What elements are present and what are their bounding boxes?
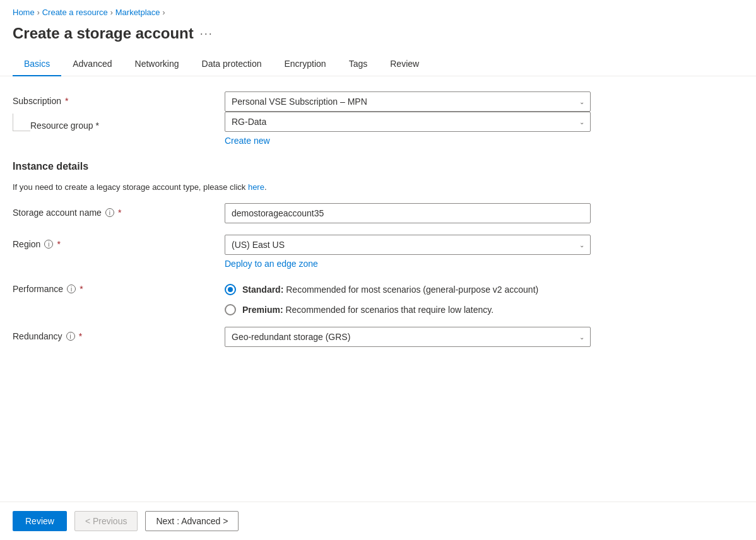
region-required: * [57, 239, 60, 249]
breadcrumb-marketplace[interactable]: Marketplace [115, 8, 160, 17]
subscription-input-col: Personal VSE Subscription – MPN ⌄ [225, 91, 591, 112]
footer: Review < Previous Next : Advanced > [0, 502, 756, 540]
page-title: Create a storage account [13, 25, 194, 42]
tab-advanced[interactable]: Advanced [61, 52, 123, 76]
tab-tags[interactable]: Tags [338, 52, 379, 76]
resource-group-input-col: RG-Data ⌄ Create new [225, 112, 591, 146]
performance-premium-option[interactable]: Premium: Recommended for scenarios that … [225, 304, 591, 315]
breadcrumb-create-resource[interactable]: Create a resource [42, 8, 108, 17]
subscription-label: Subscription * [13, 91, 215, 106]
performance-info-icon[interactable]: i [67, 285, 76, 293]
region-label: Region i * [13, 235, 215, 249]
main-content: Subscription * Personal VSE Subscription… [0, 76, 756, 428]
performance-standard-option[interactable]: Standard: Recommended for most scenarios… [225, 284, 591, 295]
redundancy-field-group: Redundancy i * Geo-redundant storage (GR… [13, 327, 593, 347]
storage-account-name-input[interactable] [225, 203, 591, 223]
region-dropdown[interactable]: (US) East US [225, 235, 591, 255]
tab-data-protection[interactable]: Data protection [191, 52, 273, 76]
region-dropdown-wrapper: (US) East US ⌄ [225, 235, 591, 255]
tab-encryption[interactable]: Encryption [273, 52, 338, 76]
redundancy-dropdown[interactable]: Geo-redundant storage (GRS) [225, 327, 591, 347]
tab-networking[interactable]: Networking [124, 52, 191, 76]
breadcrumb: Home › Create a resource › Marketplace › [0, 0, 756, 21]
subscription-dropdown[interactable]: Personal VSE Subscription – MPN [225, 91, 591, 112]
performance-input-col: Standard: Recommended for most scenarios… [225, 281, 591, 315]
deploy-to-edge-zone-link[interactable]: Deploy to an edge zone [225, 259, 318, 269]
region-field-group: Region i * (US) East US ⌄ Deploy to an e… [13, 235, 593, 269]
next-advanced-button[interactable]: Next : Advanced > [145, 511, 239, 531]
redundancy-input-col: Geo-redundant storage (GRS) ⌄ [225, 327, 591, 347]
storage-account-name-required: * [118, 208, 121, 218]
page-options-dots[interactable]: ··· [200, 27, 213, 40]
storage-account-name-input-col [225, 203, 591, 223]
form-content: Subscription * Personal VSE Subscription… [0, 76, 606, 377]
redundancy-dropdown-wrapper: Geo-redundant storage (GRS) ⌄ [225, 327, 591, 347]
tab-basics[interactable]: Basics [13, 52, 61, 76]
storage-account-name-field-group: Storage account name i * [13, 203, 593, 223]
subscription-required: * [65, 96, 68, 106]
previous-button[interactable]: < Previous [74, 511, 138, 531]
subscription-dropdown-wrapper: Personal VSE Subscription – MPN ⌄ [225, 91, 591, 112]
resource-group-dropdown-wrapper: RG-Data ⌄ [225, 112, 591, 132]
breadcrumb-separator-1: › [37, 8, 40, 17]
storage-account-name-label: Storage account name i * [13, 203, 215, 218]
review-button[interactable]: Review [13, 511, 67, 531]
resource-group-indent: Resource group * [13, 112, 215, 131]
legacy-note: If you need to create a legacy storage a… [13, 182, 593, 192]
performance-label: Performance i * [13, 281, 215, 294]
redundancy-info-icon[interactable]: i [66, 332, 75, 341]
region-info-icon[interactable]: i [44, 240, 53, 249]
create-new-link[interactable]: Create new [225, 136, 270, 146]
breadcrumb-separator-2: › [110, 8, 113, 17]
tab-bar: Basics Advanced Networking Data protecti… [0, 52, 756, 76]
page-header: Create a storage account ··· [0, 21, 756, 52]
redundancy-label: Redundancy i * [13, 327, 215, 341]
instance-details-section: Instance details If you need to create a… [13, 161, 593, 347]
resource-group-label: Resource group * [30, 116, 99, 131]
resource-group-row: Resource group * RG-Data ⌄ Create new [13, 112, 593, 146]
instance-details-title: Instance details [13, 161, 593, 172]
performance-radio-group: Standard: Recommended for most scenarios… [225, 281, 591, 315]
subscription-field-group: Subscription * Personal VSE Subscription… [13, 91, 593, 112]
performance-premium-radio[interactable] [225, 304, 236, 315]
performance-field-group: Performance i * Standard: Recommended fo… [13, 281, 593, 315]
redundancy-required: * [79, 331, 82, 341]
performance-required: * [80, 284, 83, 294]
resource-group-dropdown[interactable]: RG-Data [225, 112, 591, 132]
subscription-section: Subscription * Personal VSE Subscription… [13, 91, 593, 146]
region-input-col: (US) East US ⌄ Deploy to an edge zone [225, 235, 591, 269]
tree-connector [13, 114, 30, 131]
legacy-link[interactable]: here [248, 182, 264, 192]
breadcrumb-home[interactable]: Home [13, 8, 35, 17]
tab-review[interactable]: Review [379, 52, 430, 76]
performance-standard-radio[interactable] [225, 284, 236, 295]
breadcrumb-separator-3: › [163, 8, 165, 17]
storage-account-name-info-icon[interactable]: i [105, 208, 114, 217]
